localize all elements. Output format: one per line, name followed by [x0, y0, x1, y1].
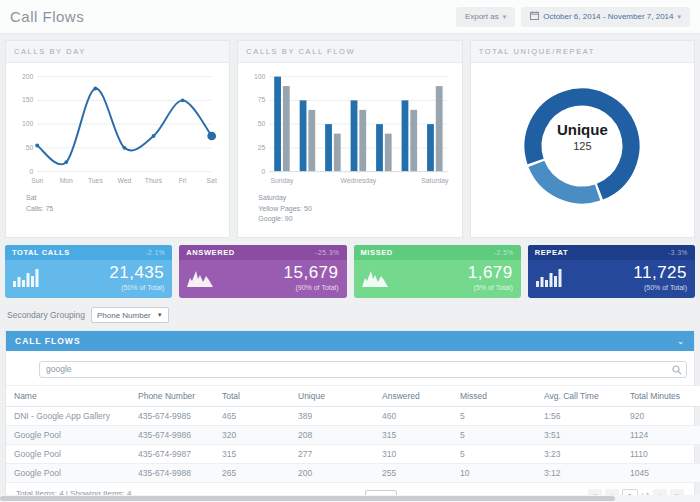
svg-text:Wednesday: Wednesday: [341, 177, 377, 185]
svg-text:Thurs: Thurs: [145, 177, 163, 184]
date-range-button[interactable]: October 6, 2014 - November 7, 2014 ▾: [521, 7, 690, 27]
svg-text:150: 150: [22, 96, 34, 103]
stat-cards-row: TOTAL CALLS-2.1%21,435(50% of Total)ANSW…: [5, 245, 695, 298]
tooltip-day: Saturday: [258, 193, 455, 204]
column-header-answered[interactable]: Answered: [374, 386, 452, 407]
call-flows-table: NamePhone NumberTotalUniqueAnsweredMisse…: [6, 386, 700, 483]
card-value: 21,435: [109, 264, 164, 281]
chart-panels-row: CALLS BY DAY 050100150200SunMonTuesWedTh…: [5, 40, 695, 238]
card-subtitle: (50% of Total): [109, 284, 164, 291]
table-row[interactable]: Google Pool435-674-9988265200255103:1210…: [6, 463, 700, 482]
svg-text:25: 25: [258, 144, 266, 151]
card-title: TOTAL CALLS: [12, 248, 70, 257]
svg-text:Fri: Fri: [179, 177, 187, 184]
bar-chart-icon: [536, 269, 562, 287]
svg-text:Tues: Tues: [88, 177, 103, 184]
cell-avg-call-time: 3:51: [536, 425, 622, 444]
card-delta: -25.3%: [315, 249, 339, 256]
stat-card-total-calls[interactable]: TOTAL CALLS-2.1%21,435(50% of Total): [5, 245, 172, 298]
area-chart-icon: [362, 269, 388, 287]
column-header-avg-call-time[interactable]: Avg. Call Time: [536, 386, 622, 407]
search-icon[interactable]: [672, 361, 682, 379]
top-header: Call Flows Export as ▾ October 6, 2014 -…: [0, 0, 700, 34]
scrollbar-thumb[interactable]: [0, 496, 615, 501]
svg-text:200: 200: [22, 73, 34, 80]
card-subtitle: (90% of Total): [284, 284, 339, 291]
cell-name: DNI - Google App Gallery: [6, 406, 130, 425]
svg-text:100: 100: [22, 120, 34, 127]
column-header-missed[interactable]: Missed: [452, 386, 536, 407]
cell-name: Google Pool: [6, 425, 130, 444]
cell-unique: 200: [290, 463, 374, 482]
cell-answered: 310: [374, 444, 452, 463]
card-value: 15,679: [284, 264, 339, 281]
page-title: Call Flows: [10, 8, 84, 25]
cell-total: 315: [214, 444, 290, 463]
cell-unique: 277: [290, 444, 374, 463]
column-header-total[interactable]: Total: [214, 386, 290, 407]
calls-by-day-line-chart[interactable]: 050100150200SunMonTuesWedThursFriSat: [12, 67, 223, 189]
calls-by-call-flow-bar-chart[interactable]: 0255075100SundayWednesdaySaturday: [244, 67, 455, 189]
cell-answered: 315: [374, 425, 452, 444]
svg-text:Saturday: Saturday: [422, 177, 450, 185]
table-row[interactable]: Google Pool435-674-998731527731053:23111…: [6, 444, 700, 463]
secondary-grouping-select[interactable]: Phone Number ▼: [91, 307, 169, 323]
cell-unique: 208: [290, 425, 374, 444]
svg-text:50: 50: [258, 120, 266, 127]
svg-text:Mon: Mon: [60, 177, 73, 184]
call-flows-section: CALL FLOWS ⌄ NamePhone NumberTotalUnique…: [5, 330, 695, 502]
horizontal-scrollbar[interactable]: [0, 495, 700, 502]
search-row: [6, 351, 694, 386]
export-label: Export as: [465, 12, 499, 21]
cell-missed: 5: [452, 425, 536, 444]
column-header-phone-number[interactable]: Phone Number: [130, 386, 214, 407]
cell-answered: 460: [374, 406, 452, 425]
panel-calls-by-call-flow: CALLS BY CALL FLOW 0255075100SundayWedne…: [237, 40, 462, 238]
call-flows-section-title: CALL FLOWS: [15, 336, 81, 346]
export-button[interactable]: Export as ▾: [456, 7, 515, 27]
cell-unique: 389: [290, 406, 374, 425]
cell-phone-number: 435-674-9987: [130, 444, 214, 463]
card-title: ANSWERED: [186, 248, 235, 257]
panel-title: TOTAL UNIQUE/REPEAT: [471, 41, 694, 63]
cell-total: 465: [214, 406, 290, 425]
cell-avg-call-time: 3:23: [536, 444, 622, 463]
cell-total-minutes: 920: [622, 406, 700, 425]
stat-card-repeat[interactable]: REPEAT-3.3%11,725(50% of Total): [528, 245, 695, 298]
cell-phone-number: 435-674-9985: [130, 406, 214, 425]
panel-title: CALLS BY CALL FLOW: [238, 41, 461, 63]
card-title: REPEAT: [535, 248, 568, 257]
unique-repeat-donut-chart[interactable]: [507, 71, 657, 221]
bar-chart-tooltip: Saturday Yellow Pages: 50 Google: 90: [258, 193, 455, 225]
card-delta: -2.5%: [494, 249, 514, 256]
date-range-text: October 6, 2014 - November 7, 2014: [543, 12, 673, 21]
cell-total: 320: [214, 425, 290, 444]
stat-card-missed[interactable]: MISSED-2.5%1,679(5% of Total): [354, 245, 521, 298]
column-header-name[interactable]: Name: [6, 386, 130, 407]
card-delta: -3.3%: [668, 249, 688, 256]
table-row[interactable]: DNI - Google App Gallery435-674-99854653…: [6, 406, 700, 425]
panel-calls-by-day: CALLS BY DAY 050100150200SunMonTuesWedTh…: [5, 40, 230, 238]
column-header-unique[interactable]: Unique: [290, 386, 374, 407]
table-header-row: NamePhone NumberTotalUniqueAnsweredMisse…: [6, 386, 700, 407]
search-input[interactable]: [39, 361, 687, 378]
svg-text:100: 100: [254, 73, 266, 80]
panel-total-unique-repeat: TOTAL UNIQUE/REPEAT Unique 125: [470, 40, 695, 238]
svg-text:50: 50: [26, 144, 34, 151]
stat-card-answered[interactable]: ANSWERED-25.3%15,679(90% of Total): [179, 245, 346, 298]
cell-total-minutes: 1110: [622, 444, 700, 463]
panel-title: CALLS BY DAY: [6, 41, 229, 63]
column-header-total-minutes[interactable]: Total Minutes: [622, 386, 700, 407]
header-actions: Export as ▾ October 6, 2014 - November 7…: [456, 7, 690, 27]
secondary-grouping-row: Secondary Grouping Phone Number ▼: [7, 307, 695, 323]
call-flows-section-header[interactable]: CALL FLOWS ⌄: [6, 331, 694, 351]
cell-name: Google Pool: [6, 463, 130, 482]
main-content: CALLS BY DAY 050100150200SunMonTuesWedTh…: [0, 34, 700, 502]
chevron-down-icon: ▾: [503, 13, 507, 21]
cell-missed: 5: [452, 406, 536, 425]
chevron-down-icon: ⌄: [677, 337, 685, 346]
svg-text:75: 75: [258, 96, 266, 103]
card-subtitle: (50% of Total): [633, 284, 687, 291]
table-row[interactable]: Google Pool435-674-998632020831553:51112…: [6, 425, 700, 444]
secondary-grouping-label: Secondary Grouping: [7, 310, 85, 320]
